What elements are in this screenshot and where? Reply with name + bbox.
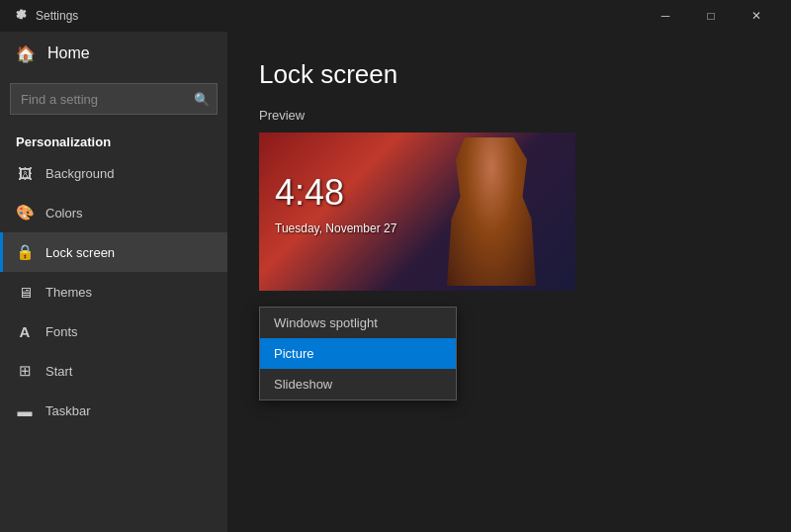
sidebar-item-taskbar[interactable]: ▬ Taskbar (0, 391, 227, 430)
close-button[interactable]: ✕ (734, 0, 779, 32)
fonts-icon: A (16, 323, 34, 340)
dropdown-option-picture[interactable]: Picture (260, 338, 456, 369)
lock-screen-preview: 4:48 Tuesday, November 27 (259, 133, 575, 291)
lock-screen-icon: 🔒 (16, 243, 34, 261)
background-icon: 🖼 (16, 165, 34, 182)
sidebar-item-lock-screen-label: Lock screen (45, 245, 115, 260)
sidebar-item-taskbar-label: Taskbar (45, 403, 91, 418)
background-dropdown[interactable]: Windows spotlight Picture Slideshow (259, 307, 457, 400)
home-label: Home (47, 44, 90, 62)
minimize-button[interactable]: ─ (643, 0, 688, 32)
sidebar-item-colors-label: Colors (45, 206, 83, 221)
app-body: 🏠 Home 🔍 Personalization 🖼 Background 🎨 … (0, 32, 791, 532)
dropdown-option-windows-spotlight[interactable]: Windows spotlight (260, 308, 456, 338)
sidebar-item-start-label: Start (45, 364, 72, 379)
start-icon: ⊞ (16, 362, 34, 380)
settings-icon (12, 8, 28, 24)
titlebar-controls: ─ □ ✕ (643, 0, 779, 32)
themes-icon: 🖥 (16, 284, 34, 301)
sidebar-item-background[interactable]: 🖼 Background (0, 153, 227, 193)
sidebar-item-fonts-label: Fonts (45, 324, 78, 339)
sidebar-item-themes[interactable]: 🖥 Themes (0, 272, 227, 311)
titlebar-title: Settings (36, 9, 643, 23)
sidebar-item-home[interactable]: 🏠 Home (0, 32, 227, 75)
preview-person (447, 137, 536, 286)
colors-icon: 🎨 (16, 204, 34, 222)
search-input[interactable] (10, 83, 218, 115)
sidebar-item-background-label: Background (45, 166, 114, 181)
maximize-button[interactable]: □ (688, 0, 734, 32)
search-icon: 🔍 (194, 92, 210, 107)
personalization-section-title: Personalization (0, 123, 227, 153)
preview-time: 4:48 (275, 172, 344, 214)
dropdown-option-slideshow[interactable]: Slideshow (260, 369, 456, 399)
sidebar-item-themes-label: Themes (45, 285, 92, 300)
home-icon: 🏠 (16, 44, 36, 63)
search-box[interactable]: 🔍 (10, 83, 218, 115)
sidebar-item-lock-screen[interactable]: 🔒 Lock screen (0, 232, 227, 272)
content-inner: Lock screen Preview 4:48 Tuesday, Novemb… (259, 59, 759, 532)
sidebar-item-fonts[interactable]: A Fonts (0, 311, 227, 351)
taskbar-icon: ▬ (16, 402, 34, 419)
sidebar-item-start[interactable]: ⊞ Start (0, 351, 227, 391)
page-title: Lock screen (259, 59, 759, 90)
preview-label: Preview (259, 108, 759, 123)
preview-date: Tuesday, November 27 (275, 222, 396, 235)
titlebar: Settings ─ □ ✕ (0, 0, 791, 32)
content-area: Lock screen Preview 4:48 Tuesday, Novemb… (227, 32, 791, 532)
sidebar: 🏠 Home 🔍 Personalization 🖼 Background 🎨 … (0, 32, 227, 532)
sidebar-item-colors[interactable]: 🎨 Colors (0, 193, 227, 232)
